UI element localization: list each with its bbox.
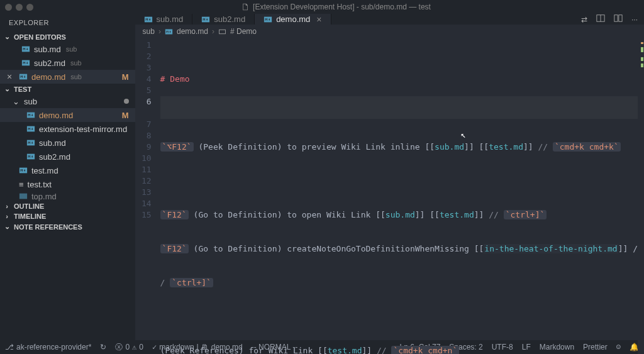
min-dot[interactable]	[16, 4, 23, 11]
project-section[interactable]: ⌄ TEST	[0, 84, 135, 94]
code-editor[interactable]: 123456789101112131415 # Demo `⌥F12` (Pee…	[135, 38, 644, 354]
branch-name: ak-reference-provider*	[16, 343, 91, 351]
tree-file[interactable]: top.md	[0, 191, 135, 201]
code-text: ]] [[	[415, 210, 440, 219]
chevron-down-icon: ⌄	[3, 33, 11, 41]
tree-file[interactable]: sub2.md	[0, 150, 135, 163]
file-name: sub.md	[39, 138, 66, 148]
markdown-icon	[21, 45, 30, 53]
modified-badge: M	[122, 111, 129, 120]
tree-folder[interactable]: ⌄ sub	[0, 94, 135, 108]
note-references-section[interactable]: ⌄ NOTE REFERENCES	[0, 221, 135, 232]
code-text: (Go to Definition) to open Wiki Link [[	[189, 210, 386, 219]
code-text: (Go to Definition) createNoteOnGoToDefin…	[189, 244, 484, 253]
timeline-label: TIMELINE	[14, 213, 46, 220]
close-icon[interactable]: ×	[316, 14, 321, 25]
code-text: //	[538, 142, 548, 152]
svg-rect-4	[219, 30, 226, 34]
code-text: (Peek References) for Wiki Link [[	[160, 346, 328, 354]
file-name: test.md	[31, 166, 58, 175]
markdown-icon	[201, 15, 210, 24]
wiki-link[interactable]: sub.md	[435, 142, 464, 152]
folder-name: sub	[24, 97, 37, 106]
svg-rect-2	[614, 15, 618, 22]
max-dot[interactable]	[26, 4, 33, 11]
wiki-link[interactable]: sub.md	[386, 210, 415, 219]
compare-icon[interactable]: ⇄	[581, 15, 587, 24]
titlebar: [Extension Development Host] - sub/demo.…	[0, 0, 644, 14]
code-text: # Demo	[160, 74, 190, 84]
open-editor-item[interactable]: sub2.md sub	[0, 56, 135, 70]
preview-icon[interactable]	[596, 14, 605, 25]
file-name: test.txt	[28, 180, 52, 189]
file-path: sub	[66, 45, 77, 53]
breadcrumbs[interactable]: sub › demo.md › # Demo	[135, 25, 644, 38]
status-branch[interactable]: ⎇ak-reference-provider*	[5, 343, 91, 351]
error-icon: ⓧ	[115, 342, 123, 353]
code-text: (Peek Definition) to preview Wiki Link i…	[194, 142, 435, 152]
markdown-icon	[144, 15, 153, 24]
file-name: sub.md	[34, 45, 61, 54]
more-icon[interactable]: ···	[631, 15, 638, 24]
tab-label: sub.md	[157, 14, 184, 24]
git-branch-icon: ⎇	[5, 343, 14, 351]
tree-file[interactable]: sub.md	[0, 136, 135, 150]
project-name-label: TEST	[14, 86, 31, 93]
split-icon[interactable]	[614, 14, 623, 25]
wiki-link[interactable]: test.md	[440, 210, 474, 219]
crumb-symbol[interactable]: # Demo	[230, 27, 257, 36]
text-icon	[19, 180, 24, 189]
error-count: 0	[125, 343, 130, 351]
code-text	[499, 210, 504, 219]
markdown-icon	[26, 138, 35, 147]
markdown-icon	[19, 72, 28, 81]
overview-ruler[interactable]	[638, 38, 644, 354]
open-editors-section[interactable]: ⌄ OPEN EDITORS	[0, 31, 135, 42]
tree-file[interactable]: test.txt	[0, 177, 135, 191]
tab-sub2[interactable]: sub2.md	[192, 14, 255, 25]
line-gutter: 123456789101112131415	[135, 38, 160, 354]
open-editor-item[interactable]: × demo.md sub M	[0, 70, 135, 84]
tree-file[interactable]: demo.md M	[0, 108, 135, 122]
wiki-link[interactable]: test.md	[328, 346, 362, 354]
code-text: ]]	[362, 346, 377, 354]
code-text: ]]	[523, 142, 538, 152]
status-sync[interactable]: ↻	[100, 343, 106, 351]
tab-sub[interactable]: sub.md	[135, 14, 193, 25]
outline-label: OUTLINE	[14, 202, 44, 210]
tab-label: sub2.md	[214, 14, 245, 24]
tree-file[interactable]: extension-test-mirror.md	[0, 122, 135, 136]
keybinding: `ctrl+]`	[504, 210, 547, 219]
tab-demo[interactable]: demo.md ×	[255, 14, 331, 25]
markdown-icon	[264, 15, 272, 24]
open-editor-item[interactable]: sub.md sub	[0, 42, 135, 56]
tree-file[interactable]: test.md	[0, 163, 135, 177]
window-title: [Extension Development Host] - sub/demo.…	[253, 3, 431, 11]
explorer-title: EXPLORER	[0, 14, 135, 31]
code-text: ]] [[	[464, 142, 489, 152]
dirty-dot-icon	[124, 99, 129, 104]
file-name: demo.md	[31, 72, 65, 82]
crumb-file[interactable]: demo.md	[177, 27, 208, 36]
close-icon[interactable]: ×	[5, 72, 14, 82]
crumb-folder[interactable]: sub	[143, 27, 155, 36]
code-text: ]]	[474, 210, 489, 219]
chevron-down-icon: ⌄	[11, 97, 20, 106]
code-text: ]] /	[618, 244, 638, 253]
file-name: demo.md	[39, 111, 73, 120]
window-controls[interactable]	[5, 4, 33, 11]
markdown-icon	[26, 124, 35, 133]
code-content[interactable]: # Demo `⌥F12` (Peek Definition) to previ…	[160, 38, 638, 354]
markdown-icon	[21, 58, 30, 67]
chevron-down-icon: ⌄	[3, 223, 11, 231]
explorer-sidebar: EXPLORER ⌄ OPEN EDITORS sub.md sub sub2.…	[0, 14, 135, 340]
close-dot[interactable]	[5, 4, 12, 11]
note-refs-label: NOTE REFERENCES	[14, 223, 82, 231]
wiki-link[interactable]: test.md	[489, 142, 523, 152]
keybinding: `F12`	[160, 244, 189, 253]
markdown-icon	[26, 111, 35, 119]
outline-section[interactable]: › OUTLINE	[0, 201, 135, 211]
code-text: //	[377, 346, 387, 354]
wiki-link[interactable]: in-the-heat-of-the-night.md	[484, 244, 618, 253]
timeline-section[interactable]: › TIMELINE	[0, 211, 135, 221]
